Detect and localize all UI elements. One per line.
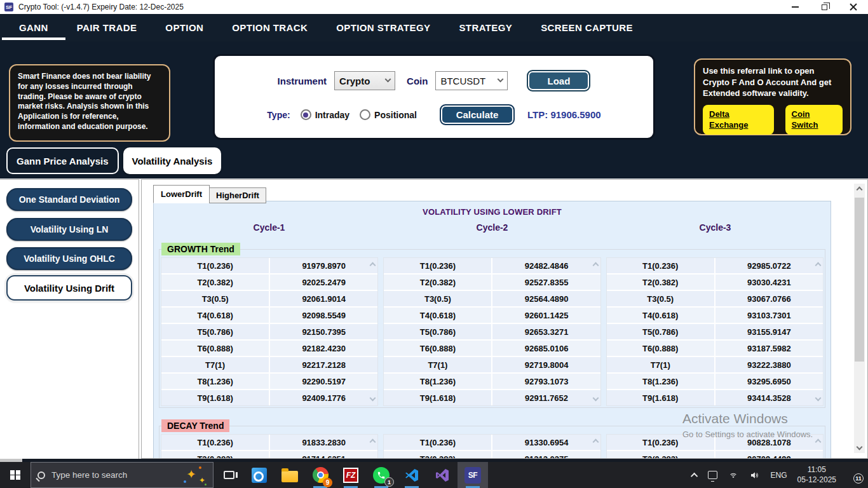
value-cell: 90828.1078 [715, 435, 823, 450]
tray-network[interactable] [722, 462, 744, 488]
tray-show-hidden-icons[interactable] [688, 462, 703, 488]
value-cell: 93103.7301 [715, 308, 823, 323]
value-cell: 92601.1425 [492, 308, 600, 323]
task-view-button[interactable] [214, 462, 244, 488]
sidebar-item-volatility-using-drift[interactable]: Volatility Using Drift [6, 275, 132, 301]
start-button[interactable] [0, 462, 31, 488]
taskbar-item-vscode[interactable] [397, 462, 427, 488]
decay-cycle2-listbox[interactable]: T1(0.236)91330.6954T2(0.382)91212.0375 [383, 434, 600, 459]
taskbar-item-file-explorer[interactable] [275, 462, 305, 488]
value-cell: 91212.0375 [492, 451, 600, 459]
nav-item-option-strategy[interactable]: OPTION STRATEGY [336, 14, 430, 41]
restore-button[interactable] [810, 0, 839, 14]
level-cell: T7(1) [607, 357, 714, 372]
close-button[interactable] [839, 0, 868, 14]
growth-cycle2-listbox[interactable]: T1(0.236)92482.4846T2(0.382)92527.8355T3… [383, 257, 600, 406]
growth-cycle1-listbox[interactable]: T1(0.236)91979.8970T2(0.382)92025.2479T3… [161, 257, 378, 406]
referral-box: Use this referral link to open Crypto F … [694, 58, 851, 135]
nav-item-gann[interactable]: GANN [19, 14, 48, 41]
drift-tabs: LowerDriftHigherDrift [153, 185, 266, 203]
value-cell: 93155.9147 [715, 324, 823, 339]
tray-language[interactable]: ENG [766, 462, 792, 488]
analysis-tabs: Gann Price AnalysisVolatility Analysis [6, 147, 221, 174]
sidebar-item-volatility-using-ohlc[interactable]: Volatility Using OHLC [6, 247, 132, 270]
level-cell: T3(0.5) [607, 291, 714, 306]
level-cell: T6(0.888) [161, 341, 269, 356]
taskbar-item-chrome[interactable]: 9 [305, 462, 336, 488]
search-input[interactable] [51, 470, 185, 480]
value-cell: 92527.8355 [492, 274, 600, 290]
scroll-up-icon[interactable] [857, 187, 863, 193]
taskbar-item-whatsapp[interactable]: 1 [366, 462, 397, 488]
sidebar-item-one-standard-deviation[interactable]: One Standard Deviation [6, 188, 132, 211]
value-cell: 92482.4846 [492, 258, 600, 273]
speaker-icon [749, 470, 761, 480]
value-cell: 90709.4499 [715, 451, 823, 459]
level-cell: T5(0.786) [607, 324, 714, 339]
taskbar-item-crypto-tool[interactable]: SF [458, 462, 488, 488]
growth-trend-label: GROWTH Trend [161, 243, 240, 255]
value-cell: 91714.6251 [270, 451, 377, 459]
nav-item-option[interactable]: OPTION [165, 14, 203, 41]
nav-menu: GANNPAIR TRADEOPTIONOPTION TRACKOPTION S… [0, 14, 868, 41]
value-cell: 92098.5549 [270, 308, 377, 323]
tab-higherdrift[interactable]: HigherDrift [209, 187, 266, 203]
tray-time: 11:05 [797, 465, 836, 475]
taskbar-item-outlook[interactable] [244, 462, 275, 488]
type-radio-group: IntradayPositional [290, 109, 417, 120]
minimize-button[interactable] [780, 0, 810, 14]
referral-text: Use this referral link to open Crypto F … [703, 65, 843, 99]
tab-lowerdrift[interactable]: LowerDrift [153, 185, 210, 203]
referral-link-delta-exchange[interactable]: Delta Exchange [703, 105, 774, 135]
instrument-select[interactable]: Crypto [334, 71, 395, 90]
tray-clock[interactable]: 11:05 05-12-2025 [792, 462, 841, 488]
level-cell: T8(1.236) [384, 374, 491, 389]
nav-item-strategy[interactable]: STRATEGY [459, 14, 512, 41]
load-button[interactable]: Load [527, 70, 590, 92]
value-cell: 92217.2128 [270, 357, 377, 372]
calculate-button[interactable]: Calculate [440, 104, 515, 125]
taskbar-item-filezilla[interactable]: FZ [336, 462, 366, 488]
growth-cycle3-listbox[interactable]: T1(0.236)92985.0722T2(0.382)93030.4231T3… [606, 257, 824, 406]
value-cell: 92409.1776 [270, 390, 377, 405]
nav-item-screen-capture[interactable]: SCREEN CAPTURE [541, 14, 633, 41]
tab-volatility-analysis[interactable]: Volatility Analysis [123, 147, 222, 174]
scroll-down-icon[interactable] [857, 444, 863, 451]
level-cell: T5(0.786) [161, 324, 269, 339]
radio-label: Positional [374, 110, 417, 120]
referral-link-coin-switch[interactable]: Coin Switch [785, 105, 843, 135]
restore-icon [822, 4, 827, 10]
decay-trend-group: DECAY Trend T1(0.236)91833.2830T2(0.382)… [159, 426, 825, 459]
level-cell: T7(1) [384, 357, 491, 372]
tray-volume[interactable] [744, 462, 766, 488]
level-cell: T3(0.5) [384, 291, 491, 306]
level-cell: T6(0.888) [384, 341, 491, 356]
value-cell: 92793.1073 [492, 374, 600, 389]
taskbar-search[interactable]: ✦✦ [31, 462, 214, 488]
control-panel: Instrument Crypto Coin BTCUSDT Load Type… [213, 54, 655, 140]
chevron-down-icon [498, 76, 504, 82]
decay-cycle3-listbox[interactable]: T1(0.236)90828.1078T2(0.382)90709.4499 [606, 434, 824, 459]
minimize-icon [792, 6, 799, 8]
level-cell: T2(0.382) [607, 451, 714, 459]
tray-tablet-mode[interactable] [703, 462, 722, 488]
close-icon [850, 3, 857, 11]
sidebar-item-volatility-using-ln[interactable]: Volatility Using LN [6, 218, 132, 241]
value-cell: 93295.6950 [715, 374, 823, 389]
type-radio-intraday[interactable]: Intraday [301, 109, 349, 120]
whatsapp-badge: 1 [384, 477, 394, 487]
tab-gann-price-analysis[interactable]: Gann Price Analysis [6, 147, 119, 174]
column-header-cycle-2: Cycle-2 [383, 222, 601, 233]
nav-item-pair-trade[interactable]: PAIR TRADE [77, 14, 137, 41]
decay-cycle1-listbox[interactable]: T1(0.236)91833.2830T2(0.382)91714.6251 [161, 434, 378, 459]
taskbar-item-visual-studio[interactable] [427, 462, 458, 488]
type-radio-positional[interactable]: Positional [360, 109, 417, 120]
value-cell: 92985.0722 [715, 258, 823, 273]
level-cell: T6(0.888) [607, 341, 714, 356]
level-cell: T2(0.382) [607, 274, 714, 290]
tray-notifications[interactable]: 11 [841, 462, 868, 488]
nav-item-option-track[interactable]: OPTION TRACK [232, 14, 308, 41]
coin-select[interactable]: BTCUSDT [435, 71, 508, 90]
vertical-scrollbar[interactable] [854, 184, 865, 453]
scrollbar-thumb[interactable] [855, 198, 864, 362]
